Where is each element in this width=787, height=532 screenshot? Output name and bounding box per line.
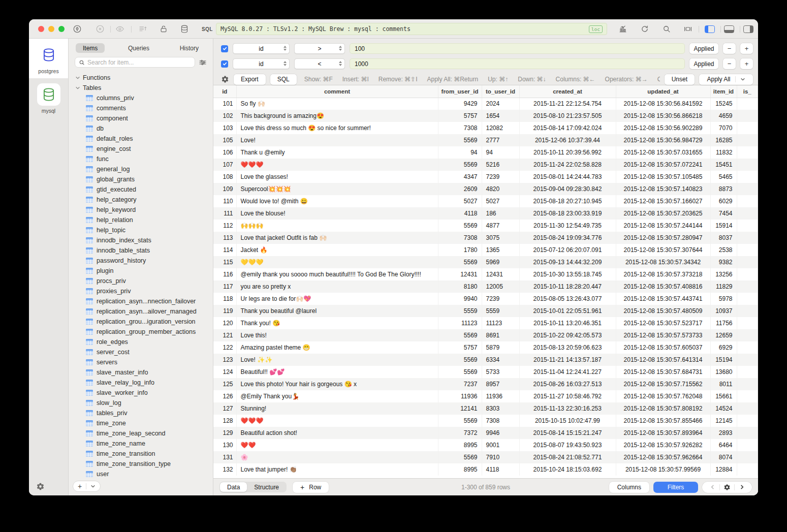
cell-comment[interactable]: 💛💛💛 (236, 256, 438, 268)
cell-from_user_id[interactable]: 5569 (438, 220, 482, 232)
cell-is[interactable] (737, 317, 758, 329)
column-header-id[interactable]: id (213, 85, 236, 98)
cell-updated_at[interactable]: 2015-12-08 15:30:57.072241 (616, 159, 710, 171)
cell-comment[interactable]: Jacket 🔥 (236, 244, 438, 256)
cell-updated_at[interactable]: 2015-12-08 15:30:57.34342 (616, 256, 710, 268)
cell-comment[interactable]: Love that jacket! Outfit is fab 🙌🏻 (236, 232, 438, 244)
cell-to_user_id[interactable]: 7308 (482, 415, 519, 427)
sidebar-table-item[interactable]: servers (75, 357, 213, 367)
cell-item_id[interactable]: 6929 (710, 341, 737, 354)
cell-item_id[interactable]: 5465 (710, 171, 737, 183)
cell-from_user_id[interactable]: 7308 (438, 232, 482, 244)
cell-item_id[interactable]: 5978 (710, 293, 737, 305)
cell-updated_at[interactable]: 2015-12-08 15:30:57.373218 (616, 268, 710, 280)
cell-to_user_id[interactable]: 2024 (482, 98, 519, 110)
cell-to_user_id[interactable]: 11123 (482, 317, 519, 329)
remove-filter-button[interactable]: − (723, 43, 736, 54)
cell-item_id[interactable]: 12145 (710, 415, 737, 427)
cell-id[interactable]: 105 (213, 134, 236, 146)
cell-created_at[interactable]: 2015-08-24 21:08:52.771 (519, 451, 616, 463)
cell-updated_at[interactable]: 2015-12-08 15:30:57.523717 (616, 317, 710, 329)
cell-updated_at[interactable]: 2015-12-08 15:30:56.984729 (616, 134, 710, 146)
cell-updated_at[interactable]: 2015-12-08 15:30:57.808192 (616, 402, 710, 415)
cell-is[interactable] (737, 256, 758, 268)
cell-updated_at[interactable]: 2015-12-08 15:30:57.443741 (616, 293, 710, 305)
cell-item_id[interactable]: 13680 (710, 366, 737, 378)
table-row[interactable]: 123Love! ✨✨556963342015-11-21 14:13:57.1… (213, 354, 758, 366)
cell-comment[interactable]: Thank you beautiful @laurel (236, 305, 438, 317)
cell-to_user_id[interactable]: 7239 (482, 171, 519, 183)
filter-column-select[interactable]: id (233, 58, 290, 69)
cell-from_user_id[interactable]: 5569 (438, 256, 482, 268)
cell-updated_at[interactable]: 2015-12-08 15:30:57.855466 (616, 415, 710, 427)
table-row[interactable]: 109Supercool💥💥💥260948202015-09-04 09:28:… (213, 183, 758, 195)
cell-from_user_id[interactable]: 94 (438, 146, 482, 159)
cell-item_id[interactable]: 13256 (710, 268, 737, 280)
cell-id[interactable]: 129 (213, 427, 236, 439)
sidebar-table-item[interactable]: password_history (75, 256, 213, 266)
cell-id[interactable]: 122 (213, 341, 236, 354)
sidebar-table-item[interactable]: server_cost (75, 347, 213, 357)
cell-is[interactable] (737, 134, 758, 146)
cell-updated_at[interactable]: 2015-12-08 15:30:57.893964 (616, 427, 710, 439)
table-row[interactable]: 124Beautiful!! 💕💕556957332015-11-04 12:2… (213, 366, 758, 378)
cell-comment[interactable]: Love the glasses! (236, 171, 438, 183)
cell-item_id[interactable]: 4659 (710, 110, 737, 122)
disconnect-icon[interactable] (96, 24, 105, 34)
cell-is[interactable] (737, 293, 758, 305)
sidebar-table-item[interactable]: help_category (75, 195, 213, 205)
cell-from_user_id[interactable]: 5569 (438, 134, 482, 146)
table-row[interactable]: 127Stunning!1214183032015-11-13 22:30:16… (213, 402, 758, 415)
column-header-to_user_id[interactable]: to_user_id (482, 85, 519, 98)
cell-updated_at[interactable]: 2015-12-08 15:30:57.762048 (616, 390, 710, 402)
table-row[interactable]: 111Love the blouse!41181862015-08-18 23:… (213, 207, 758, 220)
cell-created_at[interactable]: 2015-08-01 14:24:44.783 (519, 171, 616, 183)
cell-created_at[interactable]: 2015-11-21 22:12:54.754 (519, 98, 616, 110)
sidebar-table-item[interactable]: time_zone_leap_second (75, 428, 213, 439)
cell-comment[interactable]: Beautiful!! 💕💕 (236, 366, 438, 378)
cell-id[interactable]: 112 (213, 220, 236, 232)
cell-created_at[interactable]: 2015-10-15 10:02:47.99 (519, 415, 616, 427)
cell-to_user_id[interactable]: 6334 (482, 354, 519, 366)
filter-value-input[interactable]: 1000 (350, 58, 685, 69)
cell-id[interactable]: 127 (213, 402, 236, 415)
cell-to_user_id[interactable]: 5027 (482, 195, 519, 207)
cell-is[interactable] (737, 341, 758, 354)
table-row[interactable]: 129Beautiful action shot!737299462015-08… (213, 427, 758, 439)
cell-updated_at[interactable]: 2015-12-08 15:30:56.866218 (616, 110, 710, 122)
cell-id[interactable]: 101 (213, 98, 236, 110)
filter-enabled-checkbox[interactable] (221, 60, 228, 68)
cell-item_id[interactable]: 11756 (710, 317, 737, 329)
cell-created_at[interactable]: 2015-10-24 18:15:03.692 (519, 463, 616, 476)
cell-comment[interactable]: @emily thank you soooo much beautiful!!!… (236, 268, 438, 280)
cell-item_id[interactable]: 10937 (710, 305, 737, 317)
toggle-left-panel-icon[interactable] (705, 25, 715, 33)
cell-item_id[interactable]: 12884 (710, 463, 737, 476)
sidebar-table-item[interactable]: gtid_executed (75, 184, 213, 195)
cell-updated_at[interactable]: 2015-12-08 15:30:57.105485 (616, 171, 710, 183)
tree-section-functions[interactable]: Functions (75, 73, 213, 83)
cell-item_id[interactable]: 11832 (710, 146, 737, 159)
cell-id[interactable]: 130 (213, 439, 236, 451)
sidebar-table-item[interactable]: plugin (75, 266, 213, 276)
sidebar-table-item[interactable]: innodb_table_stats (75, 245, 213, 256)
cell-created_at[interactable]: 2015-11-30 12:54:49.735 (519, 220, 616, 232)
cell-is[interactable] (737, 244, 758, 256)
cell-from_user_id[interactable]: 7372 (438, 427, 482, 439)
cell-updated_at[interactable]: 2015-12-08 15:30:57.641314 (616, 354, 710, 366)
table-row[interactable]: 128❤️❤️❤️556973082015-10-15 10:02:47.992… (213, 415, 758, 427)
connection-mysql[interactable]: mysql (29, 78, 68, 118)
columns-button[interactable]: Columns (609, 482, 649, 493)
sidebar-table-item[interactable]: proxies_priv (75, 286, 213, 296)
cell-item_id[interactable]: 11829 (710, 280, 737, 293)
cell-updated_at[interactable]: 2015-12-08 15:30:57.408816 (616, 280, 710, 293)
sidebar-table-item[interactable]: help_relation (75, 215, 213, 225)
table-row[interactable]: 125Love this photo! Your hair is gorgeou… (213, 378, 758, 390)
sidebar-table-item[interactable]: columns_priv (75, 93, 213, 103)
sidebar-table-item[interactable]: role_edges (75, 337, 213, 347)
cell-item_id[interactable]: 15914 (710, 220, 737, 232)
cell-comment[interactable]: 🙌🙌🙌 (236, 220, 438, 232)
cell-from_user_id[interactable]: 5569 (438, 366, 482, 378)
cell-to_user_id[interactable]: 4820 (482, 183, 519, 195)
cell-id[interactable]: 118 (213, 293, 236, 305)
